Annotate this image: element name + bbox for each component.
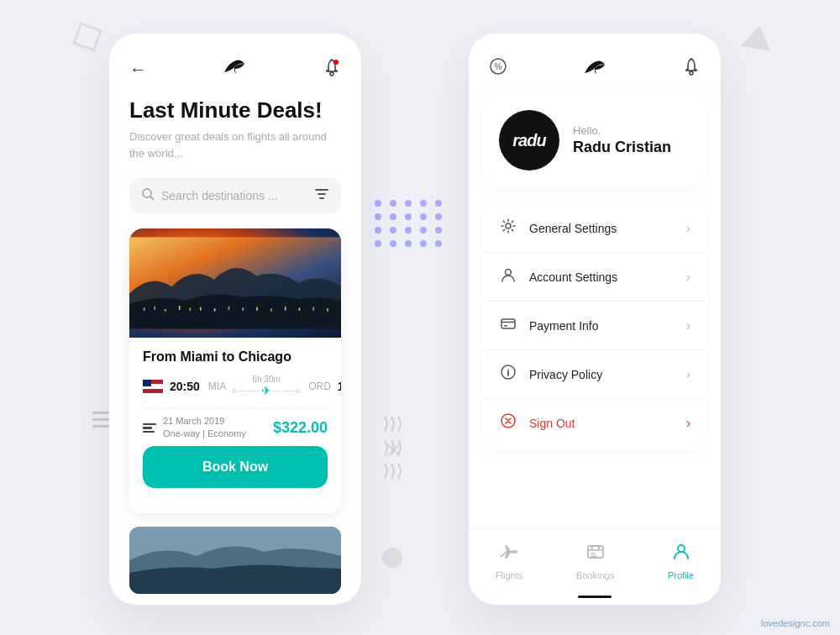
arrival-airport: ORD bbox=[308, 380, 331, 392]
departure-airport: MIA bbox=[208, 380, 226, 392]
account-settings-label: Account Settings bbox=[529, 270, 617, 284]
watermark: lovedesignc.com bbox=[761, 618, 830, 628]
general-settings-label: General Settings bbox=[529, 222, 617, 235]
arrival-time: 10:40 bbox=[338, 380, 341, 393]
menu-item-payment-info[interactable]: Payment Info › bbox=[482, 302, 707, 350]
back-button[interactable]: ← bbox=[129, 60, 146, 79]
right-phone: % radu Hello bbox=[469, 34, 721, 605]
notification-bell-icon-left[interactable] bbox=[323, 58, 341, 81]
chevron-right-icon-payment: › bbox=[686, 318, 690, 333]
chevron-right-icon-privacy: › bbox=[686, 367, 690, 382]
svg-rect-6 bbox=[165, 309, 166, 312]
svg-text:%: % bbox=[495, 62, 502, 71]
flight-info: From Miami to Chicago 20:50 MIA bbox=[129, 338, 341, 513]
svg-rect-8 bbox=[189, 307, 191, 310]
page-subtitle-left: Discover great deals on flights all arou… bbox=[129, 129, 341, 161]
flight-card: From Miami to Chicago 20:50 MIA bbox=[129, 228, 341, 513]
logo-bird-icon-right bbox=[583, 58, 606, 80]
profile-nav-label: Profile bbox=[668, 570, 694, 580]
flight-destination-image bbox=[129, 228, 341, 338]
profile-name: Radu Cristian bbox=[573, 139, 671, 156]
book-now-button[interactable]: Book Now bbox=[143, 446, 328, 488]
second-flight-card-preview[interactable] bbox=[129, 527, 341, 594]
profile-section: radu Hello, Radu Cristian bbox=[482, 93, 707, 187]
menu-section: General Settings › Account Settings › bbox=[482, 201, 707, 450]
page-title-left: Last Minute Deals! bbox=[129, 97, 341, 123]
privacy-policy-label: Privacy Policy bbox=[529, 368, 602, 381]
svg-point-0 bbox=[330, 72, 333, 76]
svg-rect-17 bbox=[312, 307, 314, 311]
svg-point-28 bbox=[506, 270, 512, 276]
sign-out-label: Sign Out bbox=[529, 417, 575, 430]
left-phone-header: ← bbox=[129, 57, 341, 81]
payment-info-label: Payment Info bbox=[529, 319, 599, 333]
svg-point-26 bbox=[690, 71, 693, 75]
bookings-nav-label: Bookings bbox=[576, 570, 614, 580]
bookings-nav-icon bbox=[585, 542, 606, 567]
duration-label: 6h 30m bbox=[252, 375, 280, 384]
svg-rect-12 bbox=[242, 307, 244, 310]
zigzag-decoration: ⟩⟩⟩⟩⟩⟩⟩⟩⟩ bbox=[383, 412, 403, 482]
svg-rect-30 bbox=[504, 325, 507, 327]
svg-rect-13 bbox=[256, 307, 258, 311]
divider bbox=[143, 407, 328, 408]
search-bar[interactable]: Search destinations ... bbox=[129, 178, 341, 213]
svg-rect-9 bbox=[200, 307, 202, 311]
bottom-navigation: Flights Bookings bbox=[469, 529, 721, 596]
svg-rect-21 bbox=[143, 389, 163, 393]
flight-detail-info: 21 March 2019 One-way | Economy bbox=[143, 415, 246, 441]
svg-rect-7 bbox=[179, 306, 181, 310]
chevron-right-icon-account: › bbox=[686, 270, 690, 285]
nav-item-flights[interactable]: Flights bbox=[496, 542, 522, 580]
avatar-text: radu bbox=[512, 131, 545, 150]
svg-rect-5 bbox=[154, 307, 155, 310]
list-lines-icon bbox=[143, 423, 156, 433]
filter-icon[interactable] bbox=[314, 186, 329, 205]
privacy-policy-icon bbox=[499, 364, 517, 385]
bg-decoration-square bbox=[72, 22, 102, 52]
flight-price: $322.00 bbox=[273, 419, 328, 437]
menu-item-privacy-policy[interactable]: Privacy Policy › bbox=[482, 350, 707, 399]
nav-item-profile[interactable]: Profile bbox=[668, 542, 694, 580]
menu-item-account-settings[interactable]: Account Settings › bbox=[482, 253, 707, 302]
svg-rect-16 bbox=[299, 307, 301, 310]
general-settings-icon bbox=[499, 218, 517, 239]
flight-date-class: 21 March 2019 One-way | Economy bbox=[163, 415, 246, 441]
right-phone-header: % bbox=[469, 34, 721, 93]
flight-plane-icon: ✈ bbox=[261, 384, 271, 397]
chevron-right-icon-signout: › bbox=[686, 416, 690, 431]
svg-rect-29 bbox=[501, 319, 515, 328]
flights-nav-label: Flights bbox=[496, 570, 522, 580]
airline-flag bbox=[143, 380, 163, 393]
profile-info: Hello, Radu Cristian bbox=[573, 124, 671, 156]
flight-times-row: 20:50 MIA 6h 30m ✈ ORD bbox=[143, 375, 328, 397]
home-indicator bbox=[578, 596, 612, 598]
svg-point-1 bbox=[333, 60, 339, 65]
svg-rect-15 bbox=[285, 307, 286, 311]
sign-out-icon bbox=[499, 412, 517, 433]
svg-rect-18 bbox=[327, 308, 328, 311]
nav-item-bookings[interactable]: Bookings bbox=[576, 542, 614, 580]
menu-item-general-settings[interactable]: General Settings › bbox=[482, 204, 707, 253]
search-input[interactable]: Search destinations ... bbox=[161, 189, 278, 202]
svg-point-27 bbox=[506, 223, 511, 228]
account-settings-icon bbox=[499, 266, 517, 287]
profile-greeting: Hello, bbox=[573, 124, 671, 137]
notification-bell-icon-right[interactable] bbox=[682, 57, 701, 80]
left-phone: ← Last Minute Deals! Discover great deal… bbox=[109, 34, 361, 605]
svg-point-35 bbox=[678, 545, 685, 552]
departure-time: 20:50 bbox=[170, 380, 200, 393]
flight-details-row: 21 March 2019 One-way | Economy $322.00 bbox=[143, 415, 328, 441]
svg-point-32 bbox=[507, 369, 509, 370]
discount-icon[interactable]: % bbox=[489, 57, 507, 80]
chevron-right-icon: › bbox=[686, 221, 690, 236]
payment-info-icon bbox=[499, 315, 517, 336]
menu-item-sign-out[interactable]: Sign Out › bbox=[482, 399, 707, 447]
svg-rect-4 bbox=[144, 307, 145, 310]
dots-decoration bbox=[375, 200, 444, 247]
flight-duration: 6h 30m ✈ bbox=[233, 375, 300, 397]
avatar: radu bbox=[499, 110, 559, 171]
search-icon bbox=[141, 187, 155, 204]
bg-decoration-triangle bbox=[741, 23, 774, 51]
flight-route-label: From Miami to Chicago bbox=[143, 349, 328, 365]
